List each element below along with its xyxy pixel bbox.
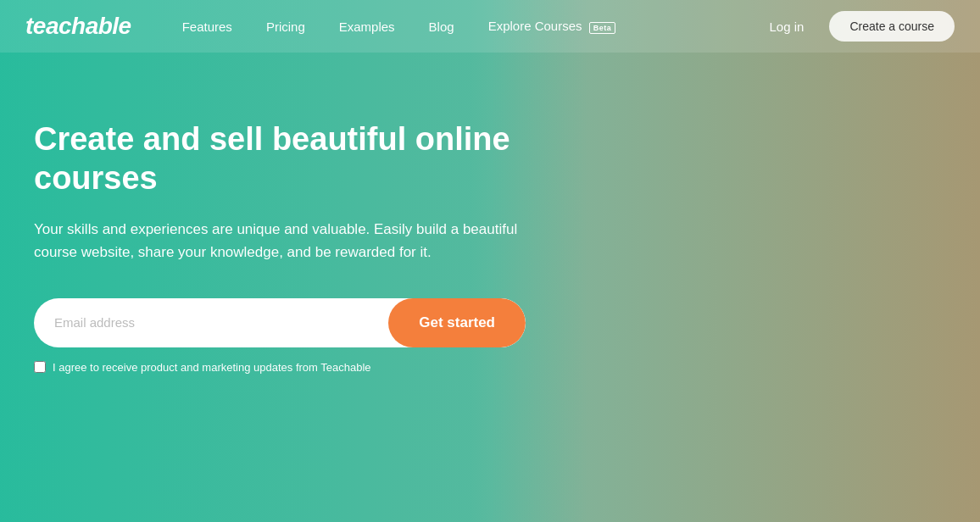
create-course-button[interactable]: Create a course bbox=[829, 11, 955, 42]
email-form: Get started bbox=[34, 298, 526, 347]
nav-link-examples[interactable]: Examples bbox=[339, 19, 395, 34]
terms-area: I agree to receive product and marketing… bbox=[34, 361, 543, 374]
nav-link-blog[interactable]: Blog bbox=[429, 19, 454, 34]
nav-link-pricing[interactable]: Pricing bbox=[266, 19, 305, 34]
hero-subtitle: Your skills and experiences are unique a… bbox=[34, 218, 526, 264]
hero-title: Create and sell beautiful online courses bbox=[34, 120, 543, 197]
nav-link-explore[interactable]: Explore Courses Beta bbox=[488, 19, 616, 33]
terms-checkbox[interactable] bbox=[34, 361, 46, 373]
nav-link-features[interactable]: Features bbox=[182, 19, 232, 34]
get-started-button[interactable]: Get started bbox=[388, 298, 526, 347]
terms-label: I agree to receive product and marketing… bbox=[53, 361, 371, 374]
email-input[interactable] bbox=[34, 315, 388, 330]
nav-right: Log in Create a course bbox=[770, 11, 955, 42]
brand-logo: teachable bbox=[25, 13, 131, 40]
navbar: teachable Features Pricing Examples Blog… bbox=[0, 0, 980, 53]
hero-content: Create and sell beautiful online courses… bbox=[0, 53, 576, 374]
login-link[interactable]: Log in bbox=[770, 19, 805, 34]
nav-links: Features Pricing Examples Blog Explore C… bbox=[182, 19, 770, 33]
beta-badge: Beta bbox=[589, 22, 616, 34]
